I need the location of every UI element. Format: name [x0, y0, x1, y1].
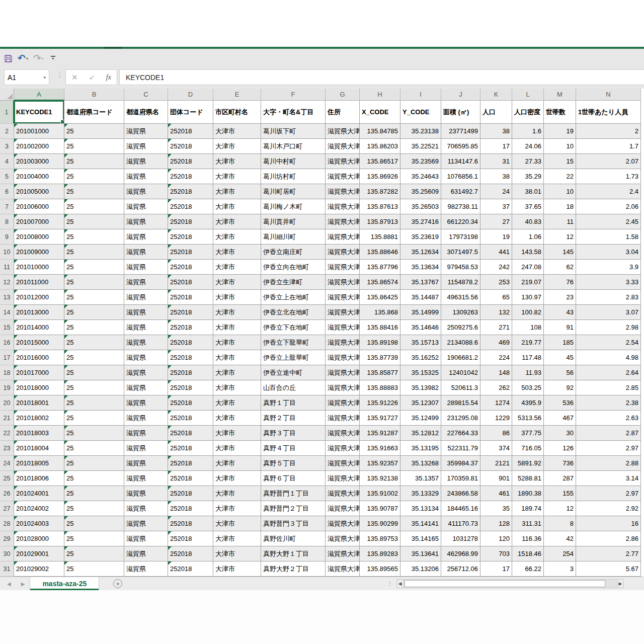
cell-N23[interactable]: 2.97 [576, 441, 641, 456]
cell-I19[interactable]: 35.13982 [400, 380, 441, 395]
cell-J28[interactable]: 411170.73 [441, 516, 480, 531]
cell-G15[interactable]: 滋賀県大津市 [326, 320, 360, 335]
cell-F31[interactable]: 真野大野２丁目 [261, 561, 326, 577]
cell-G30[interactable]: 滋賀県大津市 [326, 546, 360, 561]
cell-K14[interactable]: 132 [480, 305, 512, 320]
cell-K6[interactable]: 24 [480, 184, 512, 199]
row-header-26[interactable]: 26 [0, 486, 14, 501]
cell-N14[interactable]: 3.07 [576, 305, 641, 320]
cell-B5[interactable]: 25 [64, 169, 124, 184]
cell-K20[interactable]: 1274 [480, 395, 512, 411]
cell-B8[interactable]: 25 [64, 214, 124, 229]
row-header-19[interactable]: 19 [0, 380, 14, 395]
cell-F20[interactable]: 真野１丁目 [261, 395, 326, 411]
cell-B7[interactable]: 25 [64, 199, 124, 214]
cell-M24[interactable]: 736 [544, 456, 576, 471]
cell-J3[interactable]: 706595.85 [441, 139, 480, 154]
cell-F6[interactable]: 葛川町居町 [261, 184, 326, 199]
cell-B29[interactable]: 25 [64, 531, 124, 546]
cell-H30[interactable]: 135.89283 [360, 546, 400, 561]
cell-C12[interactable]: 滋賀県 [124, 275, 168, 290]
cell-E11[interactable]: 大津市 [213, 260, 261, 275]
column-header-D[interactable]: D [168, 89, 213, 101]
cell-L28[interactable]: 311.31 [512, 516, 544, 531]
scrollbar-resize-handle[interactable]: ⋮ [386, 580, 393, 588]
cell-D6[interactable]: 252018 [168, 184, 213, 199]
cell-G9[interactable]: 滋賀県大津市 [326, 229, 360, 245]
row-header-12[interactable]: 12 [0, 275, 14, 290]
formula-bar-input[interactable]: KEYCODE1 [119, 69, 644, 85]
cell-F12[interactable]: 伊香立生津町 [261, 275, 326, 290]
cell-C7[interactable]: 滋賀県 [124, 199, 168, 214]
cell-B19[interactable]: 25 [64, 380, 124, 395]
cell-A4[interactable]: 201003000 [14, 154, 64, 169]
cell-J7[interactable]: 982738.11 [441, 199, 480, 214]
cell-D9[interactable]: 252018 [168, 229, 213, 245]
cell-M2[interactable]: 19 [544, 124, 576, 139]
cell-A28[interactable]: 201024003 [14, 516, 64, 531]
cell-E16[interactable]: 大津市 [213, 335, 261, 350]
cell-A27[interactable]: 201024002 [14, 501, 64, 516]
cell-K22[interactable]: 86 [480, 426, 512, 441]
cell-J16[interactable]: 2134088.6 [441, 335, 480, 350]
cell-C4[interactable]: 滋賀県 [124, 154, 168, 169]
cell-E24[interactable]: 大津市 [213, 456, 261, 471]
cell-J14[interactable]: 1309263 [441, 305, 480, 320]
cell-M22[interactable]: 30 [544, 426, 576, 441]
cell-B11[interactable]: 25 [64, 260, 124, 275]
cell-J17[interactable]: 1906681.2 [441, 350, 480, 365]
header-cell-I[interactable]: Y_CODE [400, 101, 441, 124]
cell-I5[interactable]: 35.24643 [400, 169, 441, 184]
header-cell-L[interactable]: 人口密度 [512, 101, 544, 124]
cell-I24[interactable]: 35.13268 [400, 456, 441, 471]
cell-H26[interactable]: 135.91002 [360, 486, 400, 501]
cell-M4[interactable]: 15 [544, 154, 576, 169]
cell-M27[interactable]: 12 [544, 501, 576, 516]
row-header-4[interactable]: 4 [0, 154, 14, 169]
cell-M25[interactable]: 287 [544, 471, 576, 486]
cell-N31[interactable]: 5.67 [576, 561, 641, 577]
cell-G29[interactable]: 滋賀県大津市 [326, 531, 360, 546]
cell-G22[interactable]: 滋賀県大津市 [326, 426, 360, 441]
cell-C28[interactable]: 滋賀県 [124, 516, 168, 531]
cell-D14[interactable]: 252018 [168, 305, 213, 320]
header-cell-K[interactable]: 人口 [480, 101, 512, 124]
cell-B13[interactable]: 25 [64, 290, 124, 305]
cell-E4[interactable]: 大津市 [213, 154, 261, 169]
cell-H29[interactable]: 135.89753 [360, 531, 400, 546]
cell-C20[interactable]: 滋賀県 [124, 395, 168, 411]
cell-B12[interactable]: 25 [64, 275, 124, 290]
cell-D28[interactable]: 252018 [168, 516, 213, 531]
cell-A20[interactable]: 201018001 [14, 395, 64, 411]
scroll-right-icon[interactable]: ▶ [617, 579, 624, 588]
cell-M19[interactable]: 92 [544, 380, 576, 395]
cell-I23[interactable]: 35.13195 [400, 441, 441, 456]
cell-M7[interactable]: 18 [544, 199, 576, 214]
row-header-23[interactable]: 23 [0, 441, 14, 456]
cell-L12[interactable]: 219.07 [512, 275, 544, 290]
cell-F2[interactable]: 葛川坂下町 [261, 124, 326, 139]
cell-H22[interactable]: 135.91287 [360, 426, 400, 441]
redo-button[interactable]: ↷ ▾ [33, 52, 44, 64]
cell-A17[interactable]: 201016000 [14, 350, 64, 365]
cell-M26[interactable]: 155 [544, 486, 576, 501]
row-header-31[interactable]: 31 [0, 561, 14, 577]
sheet-tab[interactable]: masta-aza-25 [30, 577, 99, 590]
cell-L17[interactable]: 117.48 [512, 350, 544, 365]
cell-G17[interactable]: 滋賀県大津市 [326, 350, 360, 365]
cell-K28[interactable]: 128 [480, 516, 512, 531]
cell-G8[interactable]: 滋賀県大津市 [326, 214, 360, 229]
cell-N3[interactable]: 1.7 [576, 139, 641, 154]
cell-I21[interactable]: 35.12499 [400, 411, 441, 426]
row-header-15[interactable]: 15 [0, 320, 14, 335]
cell-B9[interactable]: 25 [64, 229, 124, 245]
cell-F17[interactable]: 伊香立上龍華町 [261, 350, 326, 365]
cell-H2[interactable]: 135.84785 [360, 124, 400, 139]
cell-D17[interactable]: 252018 [168, 350, 213, 365]
cell-D7[interactable]: 252018 [168, 199, 213, 214]
cell-N28[interactable]: 16 [576, 516, 641, 531]
cell-I6[interactable]: 35.25609 [400, 184, 441, 199]
cell-H12[interactable]: 135.86574 [360, 275, 400, 290]
cell-B26[interactable]: 25 [64, 486, 124, 501]
cell-D5[interactable]: 252018 [168, 169, 213, 184]
